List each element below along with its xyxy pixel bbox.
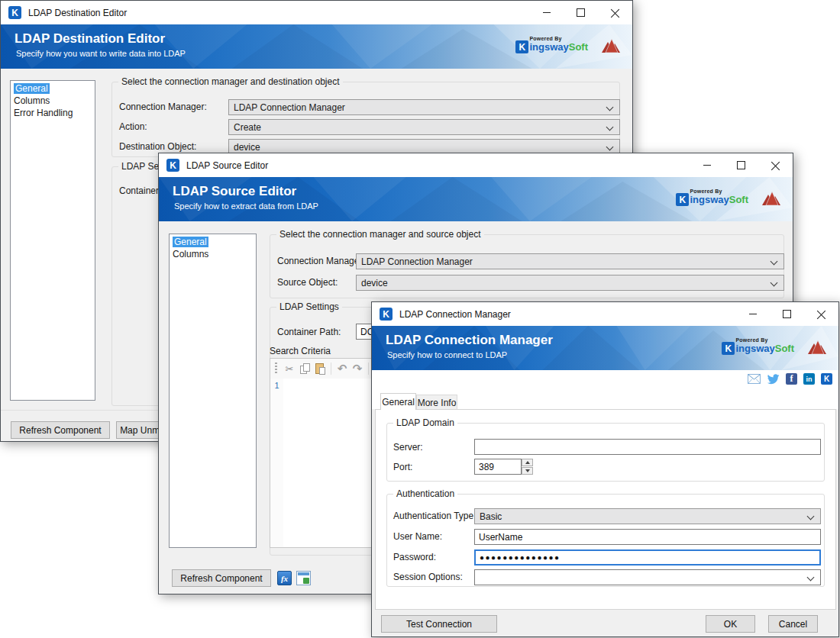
close-icon [817, 310, 826, 319]
group-label: Select the connection manager and source… [276, 229, 484, 240]
destination-object-label: Destination Object: [119, 141, 196, 152]
maximize-button[interactable] [724, 153, 758, 177]
source-object-dropdown[interactable]: device [356, 275, 784, 291]
copy-icon[interactable] [297, 361, 312, 376]
source-object-value: device [361, 278, 388, 288]
refresh-component-button[interactable]: Refresh Component [11, 421, 110, 439]
banner: LDAP Connection Manager Specify how to c… [372, 326, 838, 370]
chevron-down-icon [771, 258, 778, 266]
triangle-down-icon [525, 469, 530, 472]
port-spin-up-button[interactable] [522, 459, 533, 466]
refresh-component-button[interactable]: Refresh Component [172, 569, 271, 587]
user-name-input[interactable] [474, 529, 821, 545]
connection-manager-dropdown[interactable]: LDAP Connection Manager [228, 99, 620, 115]
minimize-button[interactable] [735, 302, 770, 326]
connection-manager-label: Connection Manager: [277, 256, 365, 266]
cancel-button[interactable]: Cancel [768, 615, 818, 633]
email-icon[interactable] [748, 374, 761, 384]
preview-data-button[interactable] [296, 571, 311, 585]
editor-gutter: 1 [270, 379, 283, 547]
powered-by-label: Powered By [735, 337, 794, 343]
container-path-label: Container Path: [277, 327, 341, 337]
minimize-button[interactable] [690, 153, 724, 177]
close-button[interactable] [804, 302, 838, 326]
ok-button[interactable]: OK [706, 615, 755, 633]
group-label: LDAP Domain [393, 417, 457, 428]
group-label: LDAP Settings [276, 301, 342, 312]
minimize-button[interactable] [529, 1, 564, 24]
drag-handle-icon[interactable] [275, 362, 277, 375]
password-label: Password: [393, 552, 436, 562]
server-input[interactable] [474, 439, 821, 455]
connection-manager-dropdown[interactable]: LDAP Connection Manager [356, 253, 784, 269]
titlebar[interactable]: K LDAP Connection Manager [372, 302, 838, 326]
user-name-label: User Name: [393, 531, 442, 542]
k-app-icon: K [380, 308, 393, 321]
sidebar-item-columns[interactable]: Columns [11, 95, 95, 107]
chevron-down-icon [771, 279, 778, 287]
twitter-icon[interactable] [767, 373, 780, 385]
port-label: Port: [393, 462, 412, 472]
maximize-icon [783, 310, 791, 318]
mountains-logo [600, 38, 623, 53]
action-value: Create [234, 122, 261, 133]
password-input[interactable] [474, 549, 821, 566]
group-label: Select the connection manager and destin… [118, 76, 343, 87]
authentication-type-dropdown[interactable]: Basic [474, 508, 821, 524]
powered-by-label: Powered By [690, 188, 748, 194]
kingswaysoft-icon[interactable]: K [821, 373, 832, 385]
paste-icon[interactable] [312, 361, 328, 376]
sidebar-item-general[interactable]: General [11, 82, 95, 95]
banner: LDAP Source Editor Specify how to extrac… [159, 177, 793, 221]
linkedin-icon[interactable]: in [803, 373, 815, 385]
k-app-icon: K [166, 159, 179, 172]
line-number: 1 [274, 381, 279, 390]
triangle-up-icon [525, 461, 530, 464]
authentication-type-value: Basic [480, 511, 502, 522]
connection-manager-label: Connection Manager: [119, 102, 207, 112]
titlebar[interactable]: K LDAP Source Editor [159, 153, 793, 177]
close-icon [771, 161, 780, 170]
window-title: LDAP Source Editor [186, 160, 268, 171]
window-title: LDAP Connection Manager [399, 309, 511, 320]
titlebar[interactable]: K LDAP Destination Editor [1, 1, 632, 24]
port-input[interactable] [474, 459, 522, 475]
redo-icon[interactable]: ↷ [350, 361, 365, 376]
destination-object-value: device [234, 142, 260, 153]
close-button[interactable] [598, 1, 632, 24]
session-options-dropdown[interactable] [474, 569, 821, 585]
social-links: f in K [741, 373, 832, 385]
chevron-down-icon [807, 513, 815, 520]
window-connection-manager: K LDAP Connection Manager LDAP Connectio… [371, 301, 839, 637]
cut-icon[interactable]: ✂ [282, 361, 297, 376]
tab-general[interactable]: General [380, 393, 416, 410]
sidebar-item-columns[interactable]: Columns [170, 248, 256, 260]
maximize-icon [577, 8, 585, 17]
tab-more-info[interactable]: More Info [416, 395, 457, 410]
sidebar-item-error-handling[interactable]: Error Handling [11, 107, 95, 119]
chevron-down-icon [606, 124, 614, 131]
close-button[interactable] [758, 153, 793, 177]
sidebar-item-general[interactable]: General [170, 236, 256, 248]
chevron-down-icon [807, 574, 815, 582]
search-criteria-label: Search Criteria [270, 346, 331, 356]
authentication-type-label: Authentication Type: [393, 511, 477, 521]
facebook-icon[interactable]: f [786, 373, 797, 385]
mountains-logo [761, 191, 783, 206]
kingswaysoft-logo: K Powered By ingswaySoft [722, 337, 794, 355]
k-app-icon: K [8, 6, 21, 19]
connection-manager-value: LDAP Connection Manager [361, 256, 473, 267]
kingswaysoft-k-icon: K [676, 193, 689, 206]
maximize-button[interactable] [564, 1, 598, 24]
action-dropdown[interactable]: Create [228, 119, 620, 135]
minimize-icon [703, 165, 711, 166]
kingswaysoft-logo: K Powered By ingswaySoft [676, 188, 748, 206]
fx-expression-button[interactable]: fx [277, 571, 292, 585]
test-connection-button[interactable]: Test Connection [381, 615, 497, 633]
chevron-down-icon [606, 143, 614, 151]
port-spin-down-button[interactable] [522, 467, 533, 475]
maximize-button[interactable] [770, 302, 804, 326]
kingswaysoft-k-icon: K [722, 342, 735, 355]
sidebar-list: General Columns [169, 234, 257, 548]
undo-icon[interactable]: ↶ [334, 361, 350, 376]
